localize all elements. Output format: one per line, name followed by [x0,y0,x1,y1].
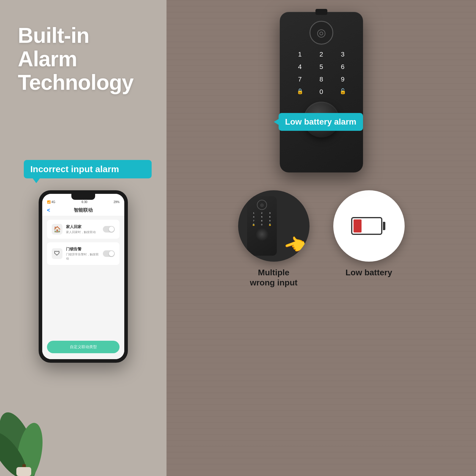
main-keypad: 1 2 3 4 5 6 7 8 9 🔒 0 🔓 [292,51,351,96]
mini-key-7: 7 [250,219,257,222]
key-2[interactable]: 2 [313,51,330,58]
low-battery-alarm-badge: Low battery alarm [279,113,363,131]
home-toggle[interactable] [103,226,115,232]
alarm-item-title: 门锁告警 [66,246,99,252]
key-3[interactable]: 3 [334,51,351,58]
mini-key-5: 5 [258,216,265,218]
hand-pointing-icon: 👉 [281,231,310,259]
signal-icons: 📶 4G [47,200,55,204]
list-item-home: 🏠 家人回家 家人回家时，触发联动 [47,220,120,239]
headline: Built-in Alarm Technology [18,24,152,95]
custom-btn[interactable]: 自定义联动类型 [47,341,120,353]
low-battery-circle [333,190,405,262]
phone-footer: 自定义联动类型 [42,337,124,359]
phone-header-title: 智能联动 [74,207,93,213]
mini-key-3: 3 [266,212,273,214]
mini-lock-btn [255,228,268,241]
mini-key-unlock: 🔓 [266,223,273,226]
lock-device: ◎ 1 2 3 4 5 6 7 8 9 🔒 0 🔓 [280,12,363,172]
mini-fingerprint: ◎ [257,200,267,210]
mini-lock-device: ◎ 1 2 3 4 5 6 7 8 9 🔒 [247,196,277,256]
phone-header: < 智能联动 [42,205,124,216]
back-button[interactable]: < [47,207,50,213]
alarm-toggle[interactable] [103,250,115,257]
battery-status: 29% [114,200,120,204]
phone-mockup: 📶 4G 6:30 29% < 智能联动 🏠 家人回家 家人回家时，触发联动 [39,190,134,363]
key-6[interactable]: 6 [334,63,351,71]
mini-lock-body: ◎ 1 2 3 4 5 6 7 8 9 🔒 [247,196,277,256]
battery-icon [351,216,387,236]
lock-top-notch [315,9,327,15]
plant-decoration [0,387,59,476]
battery-body [351,217,382,235]
left-panel: Built-in Alarm Technology Incorrect inpu… [0,0,166,476]
incorrect-input-alarm-badge: Incorrect input alarm [24,160,152,178]
wrong-input-circle: ◎ 1 2 3 4 5 6 7 8 9 🔒 [238,190,310,262]
bottom-section: ◎ 1 2 3 4 5 6 7 8 9 🔒 [238,190,405,288]
key-5[interactable]: 5 [313,63,330,71]
home-item-sub: 家人回家时，触发联动 [66,230,99,234]
key-8[interactable]: 8 [313,76,330,83]
key-1[interactable]: 1 [292,51,308,58]
mini-key-2: 2 [258,212,265,214]
key-lock[interactable]: 🔒 [292,88,308,96]
low-battery-label: Low battery [345,268,392,278]
svg-rect-4 [16,467,31,476]
fingerprint-icon: ◎ [317,26,326,39]
mini-key-1: 1 [250,212,257,214]
fingerprint-sensor: ◎ [310,21,333,45]
phone-outer: 📶 4G 6:30 29% < 智能联动 🏠 家人回家 家人回家时，触发联动 [39,190,128,363]
battery-fill [354,219,362,232]
list-item-alarm: 🛡 门锁告警 门锁异常告警时，触发联动 [47,242,120,265]
mini-key-6: 6 [266,216,273,218]
home-item-title: 家人回家 [66,224,99,230]
mini-fp-icon: ◎ [260,202,264,207]
mini-key-4: 4 [250,216,257,218]
wrong-input-item: ◎ 1 2 3 4 5 6 7 8 9 🔒 [238,190,310,288]
key-4[interactable]: 4 [292,63,308,71]
mini-keypad: 1 2 3 4 5 6 7 8 9 🔒 0 🔓 [250,212,274,226]
low-battery-item: Low battery [333,190,405,278]
alarm-item-sub: 门锁异常告警时，触发联动 [66,252,99,261]
mini-key-0: 0 [258,223,265,226]
battery-terminal [383,222,385,230]
phone-screen: 📶 4G 6:30 29% < 智能联动 🏠 家人回家 家人回家时，触发联动 [42,194,124,359]
mini-key-8: 8 [258,219,265,222]
home-icon: 🏠 [52,224,62,235]
phone-list: 🏠 家人回家 家人回家时，触发联动 🛡 门锁告警 门锁异常告警时，触发联动 [42,216,124,337]
key-7[interactable]: 7 [292,76,308,83]
alarm-item-text: 门锁告警 门锁异常告警时，触发联动 [66,246,99,261]
mini-key-lock: 🔒 [250,223,257,226]
door-lock-main: ◎ 1 2 3 4 5 6 7 8 9 🔒 0 🔓 Low battery al… [271,12,372,172]
key-unlock[interactable]: 🔓 [334,88,351,96]
wrong-input-label: Multiplewrong input [250,268,297,288]
key-0[interactable]: 0 [313,88,330,96]
status-time: 6:30 [81,200,87,204]
mini-key-9: 9 [266,219,273,222]
key-9[interactable]: 9 [334,76,351,83]
right-panel: ◎ 1 2 3 4 5 6 7 8 9 🔒 0 🔓 Low battery al… [166,0,476,476]
home-item-text: 家人回家 家人回家时，触发联动 [66,224,99,234]
alarm-icon: 🛡 [52,248,62,259]
phone-notch [71,194,95,200]
